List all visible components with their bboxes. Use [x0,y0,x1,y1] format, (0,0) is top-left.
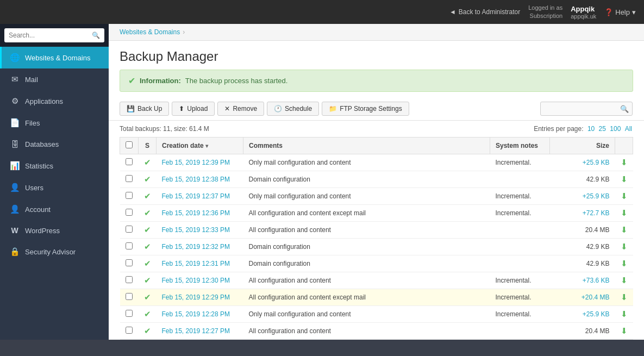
info-message: The backup process has started. [185,77,288,85]
search-input[interactable] [4,28,104,42]
sidebar-item-statistics[interactable]: 📊 Statistics [0,155,109,177]
row-checkbox[interactable] [126,293,133,300]
download-icon[interactable]: ⬇ [621,191,628,201]
row-date-link[interactable]: Feb 15, 2019 12:38 PM [162,176,230,183]
row-size-cell: +20.4 MB [550,289,615,306]
row-date-cell: Feb 15, 2019 12:37 PM [157,188,243,205]
row-date-link[interactable]: Feb 15, 2019 12:29 PM [162,293,230,301]
row-size-link[interactable]: +73.6 KB [583,277,610,284]
row-date-link[interactable]: Feb 15, 2019 12:31 PM [162,260,230,267]
help-icon: ❓ [604,8,613,16]
row-download-cell: ⬇ [615,154,633,171]
upload-button[interactable]: ⬆ Upload [172,102,215,116]
row-checkbox-cell [120,306,139,323]
row-system-notes-cell [490,323,550,340]
row-date-link[interactable]: Feb 15, 2019 12:32 PM [162,243,230,251]
row-checkbox[interactable] [126,192,133,199]
row-status-cell: ✔ [139,205,157,222]
row-size-link[interactable]: +25.9 KB [583,159,610,166]
account-username: Appqik [571,5,596,13]
row-size-link[interactable]: +72.7 KB [583,209,610,217]
row-checkbox[interactable] [126,209,133,216]
sidebar-item-mail[interactable]: ✉ Mail [0,68,109,90]
table-row: ✔ Feb 15, 2019 12:33 PM All configuratio… [120,222,633,239]
row-date-link[interactable]: Feb 15, 2019 12:28 PM [162,310,230,318]
row-system-notes-cell [490,255,550,272]
ftp-storage-button[interactable]: 📁 FTP Storage Settings [322,102,409,116]
row-date-link[interactable]: Feb 15, 2019 12:36 PM [162,209,230,217]
row-checkbox[interactable] [126,242,133,249]
account-info: Appqik appqik.uk [571,5,596,20]
schedule-icon: 🕐 [274,105,282,113]
entries-10[interactable]: 10 [587,125,595,133]
row-size-link[interactable]: +20.4 MB [582,293,610,301]
breadcrumb-parent-link[interactable]: Websites & Domains [120,28,180,36]
row-date-link[interactable]: Feb 15, 2019 12:27 PM [162,327,230,335]
download-icon[interactable]: ⬇ [621,259,628,268]
row-download-cell: ⬇ [615,205,633,222]
back-arrow-icon: ◄ [449,8,456,16]
download-icon[interactable]: ⬇ [621,242,628,251]
download-icon[interactable]: ⬇ [621,292,628,302]
sidebar-item-applications[interactable]: ⚙ Applications [0,90,109,112]
schedule-button[interactable]: 🕐 Schedule [267,102,319,116]
row-date-cell: Feb 15, 2019 12:38 PM [157,171,243,188]
row-checkbox[interactable] [126,175,133,182]
download-icon[interactable]: ⬇ [621,174,628,184]
download-icon[interactable]: ⬇ [621,309,628,318]
sidebar-item-websites-domains[interactable]: 🌐 Websites & Domains [0,47,109,68]
row-checkbox-cell [120,289,139,306]
row-system-notes-cell: Incremental. [490,205,550,222]
table-area: Total backups: 11, size: 61.4 M Entries … [109,121,644,340]
table-header-row: S Creation date ▾ Comments System notes … [120,138,633,154]
sidebar-item-account[interactable]: 👤 Account [0,198,109,220]
table-search-input[interactable] [540,102,633,116]
backup-button[interactable]: 💾 Back Up [120,102,169,116]
download-icon[interactable]: ⬇ [621,276,628,285]
security-advisor-icon: 🔒 [10,247,20,257]
row-date-link[interactable]: Feb 15, 2019 12:33 PM [162,226,230,234]
sidebar-item-label: Security Advisor [25,248,76,256]
row-checkbox-cell [120,255,139,272]
row-checkbox-cell [120,154,139,171]
row-checkbox[interactable] [126,158,133,165]
row-date-link[interactable]: Feb 15, 2019 12:37 PM [162,192,230,200]
row-checkbox-cell [120,239,139,255]
row-checkbox[interactable] [126,276,133,283]
sidebar-item-security-advisor[interactable]: 🔒 Security Advisor [0,241,109,263]
back-to-admin-button[interactable]: ◄ Back to Administrator [449,8,520,16]
sidebar-item-users[interactable]: 👤 Users [0,177,109,198]
remove-button[interactable]: ✕ Remove [217,102,264,116]
sort-arrow-icon: ▾ [205,143,208,149]
row-checkbox[interactable] [126,310,133,317]
entries-25[interactable]: 25 [599,125,606,133]
download-icon[interactable]: ⬇ [621,208,628,217]
row-date-link[interactable]: Feb 15, 2019 12:30 PM [162,277,230,284]
sidebar-item-label: WordPress [25,227,60,235]
sidebar-item-label: Mail [25,76,38,84]
breadcrumb: Websites & Domains › [109,24,644,41]
table-row: ✔ Feb 15, 2019 12:37 PM Only mail config… [120,188,633,205]
help-button[interactable]: ❓ Help ▾ [604,8,636,16]
col-header-date[interactable]: Creation date ▾ [157,138,243,154]
row-checkbox[interactable] [126,226,133,233]
row-checkbox[interactable] [126,327,133,334]
entries-100[interactable]: 100 [610,125,621,133]
row-size-link[interactable]: +25.9 KB [583,310,610,318]
row-date-link[interactable]: Feb 15, 2019 12:39 PM [162,159,230,166]
sidebar-item-databases[interactable]: 🗄 Databases [0,134,109,155]
select-all-checkbox[interactable] [126,141,133,148]
table-row: ✔ Feb 15, 2019 12:31 PM Domain configura… [120,255,633,272]
download-icon[interactable]: ⬇ [621,326,628,335]
entries-all[interactable]: All [625,125,632,133]
sidebar-item-wordpress[interactable]: W WordPress [0,220,109,241]
row-size-value: 42.9 KB [586,176,610,183]
row-status-cell: ✔ [139,272,157,289]
row-checkbox[interactable] [126,259,133,266]
download-icon[interactable]: ⬇ [621,158,628,167]
sidebar-item-files[interactable]: 📄 Files [0,112,109,134]
mail-icon: ✉ [10,74,20,84]
download-icon[interactable]: ⬇ [621,225,628,234]
row-size-link[interactable]: +25.9 KB [583,192,610,200]
status-ok-icon: ✔ [144,292,151,302]
